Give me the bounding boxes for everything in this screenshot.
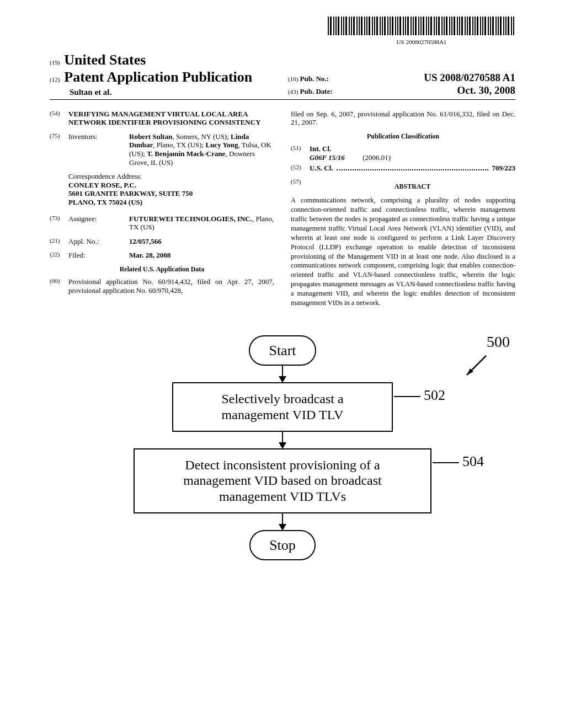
- applno-value: 12/057,566: [129, 237, 274, 246]
- correspondence-l2: 5601 GRANITE PARKWAY, SUITE 750: [68, 189, 274, 198]
- ref-500-arrow-icon: [461, 353, 489, 381]
- abstract-text: A communications network, comprising a p…: [291, 196, 515, 308]
- inventors-label: Inventors:: [68, 132, 129, 167]
- barcode-area: US 20080270588A1: [50, 17, 515, 46]
- uscl-code: (52): [291, 164, 310, 173]
- country: United States: [64, 51, 146, 68]
- intcl-label: Int. Cl.: [310, 144, 515, 153]
- title-code: (54): [50, 110, 68, 127]
- correspondence-l1: CONLEY ROSE, P.C.: [68, 181, 274, 190]
- pubno-value: US 2008/0270588 A1: [424, 72, 515, 84]
- correspondence-address: Correspondence Address: CONLEY ROSE, P.C…: [68, 172, 274, 206]
- ref-504-label: 504: [462, 453, 484, 469]
- body-columns: (54) VERIFYING MANAGEMENT VIRTUAL LOCAL …: [50, 110, 515, 308]
- correspondence-label: Correspondence Address:: [68, 172, 274, 181]
- flow-start: Start: [249, 335, 316, 366]
- barcode-text: US 20080270588A1: [328, 39, 515, 46]
- applno-code: (21): [50, 237, 68, 246]
- prov-code: (60): [50, 277, 68, 295]
- pubdate-code: (43): [288, 88, 298, 95]
- correspondence-l3: PLANO, TX 75024 (US): [68, 198, 274, 207]
- related-heading: Related U.S. Application Data: [50, 265, 274, 273]
- doc-type: Patent Application Publication: [64, 68, 252, 85]
- uscl-label: U.S. Cl.: [310, 164, 333, 173]
- uscl-value: 709/223: [492, 164, 515, 173]
- uscl-dots: [337, 169, 489, 170]
- barcode: [328, 17, 515, 35]
- filed-code: (22): [50, 251, 68, 260]
- applno-label: Appl. No.:: [68, 237, 129, 246]
- abstract-code: (57): [291, 178, 310, 195]
- doc-type-code: (12): [50, 76, 60, 83]
- header-rule: [50, 99, 515, 100]
- right-column: filed on Sep. 6, 2007, provisional appli…: [291, 110, 515, 308]
- pubclass-heading: Publication Classification: [291, 132, 515, 140]
- prov-text: Provisional application No. 60/914,432, …: [68, 277, 274, 295]
- pubno-label: Pub. No.:: [300, 74, 329, 83]
- authors: Sultan et al.: [70, 87, 277, 97]
- abstract-heading: ABSTRACT: [310, 183, 515, 190]
- arrow-down-icon: [282, 366, 283, 382]
- header: (19) United States (12) Patent Applicati…: [50, 51, 515, 97]
- arrow-down-icon: [282, 432, 283, 448]
- assignee-label: Assignee:: [68, 215, 129, 232]
- pubdate-value: Oct. 30, 2008: [457, 84, 515, 97]
- intcl-code: (51): [291, 144, 310, 162]
- intcl-value: G06F 15/16: [310, 153, 345, 162]
- left-column: (54) VERIFYING MANAGEMENT VIRTUAL LOCAL …: [50, 110, 274, 308]
- flow-box-504: Detect inconsistent provisioning of a ma…: [134, 448, 431, 513]
- ref-502: 502: [394, 387, 445, 404]
- pubno-code: (10): [288, 76, 298, 82]
- country-code: (19): [50, 59, 60, 66]
- ref-504: 504: [433, 453, 484, 470]
- ref-500: 500: [487, 333, 510, 351]
- flow-box-502: Selectively broadcast a management VID T…: [172, 382, 393, 432]
- inventors-value: Robert Sultan, Somers, NY (US); Linda Du…: [129, 132, 274, 167]
- prov-cont: filed on Sep. 6, 2007, provisional appli…: [291, 110, 515, 127]
- filed-value: Mar. 28, 2008: [129, 251, 274, 260]
- invention-title: VERIFYING MANAGEMENT VIRTUAL LOCAL AREA …: [68, 110, 274, 127]
- intcl-year: (2006.01): [363, 153, 391, 162]
- assignee-value: FUTUREWEI TECHNOLOGIES, INC., Plano, TX …: [129, 215, 274, 232]
- ref-502-label: 502: [424, 387, 445, 403]
- flow-stop: Stop: [249, 530, 316, 560]
- pubdate-label: Pub. Date:: [300, 87, 333, 95]
- inventors-code: (75): [50, 132, 68, 167]
- arrow-down-icon: [282, 513, 283, 530]
- flowchart: 500 Start Selectively broadcast a manage…: [50, 335, 515, 560]
- filed-label: Filed:: [68, 251, 129, 260]
- assignee-code: (73): [50, 215, 68, 232]
